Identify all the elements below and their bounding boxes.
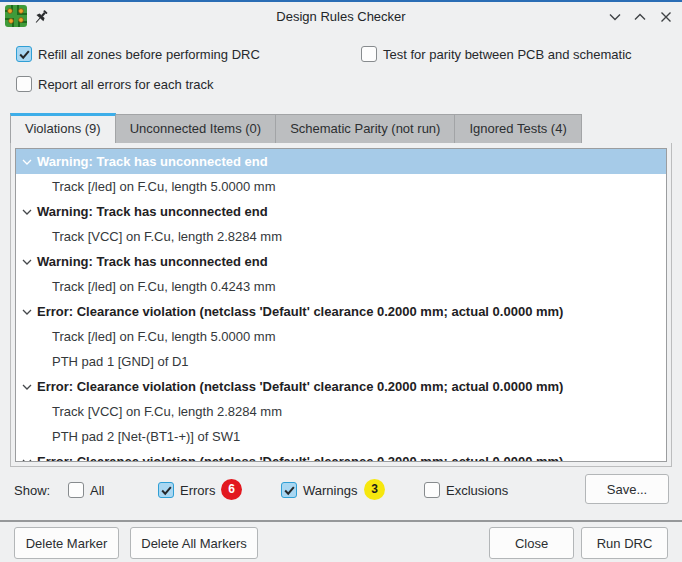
violation-row[interactable]: Warning: Track has unconnected end — [16, 199, 666, 224]
violation-text: Warning: Track has unconnected end — [37, 204, 268, 219]
warnings-count-badge: 3 — [364, 479, 385, 500]
show-label: Show: — [14, 483, 50, 498]
tab-ignored-tests[interactable]: Ignored Tests (4) — [455, 114, 581, 144]
tab-label: Violations (9) — [25, 121, 101, 136]
violation-text: Warning: Track has unconnected end — [37, 254, 268, 269]
run-drc-button[interactable]: Run DRC — [581, 527, 668, 559]
window-title: Design Rules Checker — [0, 9, 682, 24]
chevron-down-icon[interactable] — [22, 309, 37, 315]
show-all-label: All — [90, 483, 104, 498]
show-warnings-checkbox[interactable] — [281, 482, 297, 498]
violation-text: Warning: Track has unconnected end — [37, 154, 268, 169]
minimize-button[interactable] — [604, 7, 626, 27]
show-errors-checkbox[interactable] — [158, 482, 174, 498]
violation-row[interactable]: Error: Clearance violation (netclass 'De… — [16, 299, 666, 324]
checkmark-icon — [18, 48, 31, 61]
violation-detail-row[interactable]: Track [VCC] on F.Cu, length 2.8284 mm — [16, 224, 666, 249]
tab-unconnected-items[interactable]: Unconnected Items (0) — [116, 114, 277, 144]
tab-label: Schematic Parity (not run) — [290, 121, 440, 136]
chevron-down-icon — [609, 13, 621, 21]
maximize-button[interactable] — [629, 7, 651, 27]
violation-detail-text: Track [/led] on F.Cu, length 5.0000 mm — [52, 329, 276, 344]
titlebar[interactable]: Design Rules Checker — [0, 2, 682, 32]
violation-row[interactable]: Error: Clearance violation (netclass 'De… — [16, 374, 666, 399]
save-button[interactable]: Save... — [585, 474, 669, 504]
chevron-down-icon[interactable] — [22, 159, 37, 165]
violation-detail-text: PTH pad 1 [GND] of D1 — [52, 354, 189, 369]
show-exclusions-label: Exclusions — [446, 483, 508, 498]
violation-detail-text: Track [VCC] on F.Cu, length 2.8284 mm — [52, 404, 282, 419]
chevron-down-icon[interactable] — [22, 209, 37, 215]
show-errors-label: Errors — [180, 483, 215, 498]
delete-all-markers-button[interactable]: Delete All Markers — [130, 527, 258, 559]
close-button[interactable]: Close — [489, 527, 574, 559]
violation-row[interactable]: Warning: Track has unconnected end — [16, 149, 666, 174]
violation-row[interactable]: Error: Clearance violation (netclass 'De… — [16, 449, 666, 462]
tab-page-violations: Warning: Track has unconnected end Track… — [10, 143, 672, 467]
violation-detail-text: Track [/led] on F.Cu, length 0.4243 mm — [52, 279, 276, 294]
violation-text: Error: Clearance violation (netclass 'De… — [37, 379, 563, 394]
violation-detail-row[interactable]: PTH pad 2 [Net-(BT1-+)] of SW1 — [16, 424, 666, 449]
drc-dialog: Design Rules Checker Refill all zones be… — [0, 0, 682, 562]
violation-detail-row[interactable]: Track [/led] on F.Cu, length 0.4243 mm — [16, 274, 666, 299]
refill-zones-label: Refill all zones before performing DRC — [38, 47, 260, 62]
parity-test-checkbox[interactable] — [361, 46, 377, 62]
checkmark-icon — [160, 484, 173, 497]
close-icon — [660, 11, 672, 23]
violation-detail-text: PTH pad 2 [Net-(BT1-+)] of SW1 — [52, 429, 240, 444]
show-warnings-label: Warnings — [303, 483, 357, 498]
violation-detail-text: Track [VCC] on F.Cu, length 2.8284 mm — [52, 229, 282, 244]
chevron-down-icon[interactable] — [22, 259, 37, 265]
violations-list[interactable]: Warning: Track has unconnected end Track… — [15, 148, 667, 462]
checkmark-icon — [283, 484, 296, 497]
report-all-errors-checkbox[interactable] — [16, 76, 32, 92]
tab-label: Ignored Tests (4) — [469, 121, 566, 136]
violation-detail-row[interactable]: Track [VCC] on F.Cu, length 2.8284 mm — [16, 399, 666, 424]
divider — [0, 520, 682, 522]
violation-text: Error: Clearance violation (netclass 'De… — [37, 454, 563, 462]
violation-text: Error: Clearance violation (netclass 'De… — [37, 304, 563, 319]
delete-marker-button[interactable]: Delete Marker — [14, 527, 119, 559]
tab-violations[interactable]: Violations (9) — [10, 113, 116, 144]
violation-row[interactable]: Warning: Track has unconnected end — [16, 249, 666, 274]
refill-zones-checkbox[interactable] — [16, 46, 32, 62]
chevron-down-icon[interactable] — [22, 459, 37, 463]
chevron-up-icon — [634, 13, 646, 21]
close-window-button[interactable] — [655, 7, 677, 27]
violation-detail-text: Track [/led] on F.Cu, length 5.0000 mm — [52, 179, 276, 194]
chevron-down-icon[interactable] — [22, 384, 37, 390]
show-exclusions-checkbox[interactable] — [424, 482, 440, 498]
violation-detail-row[interactable]: PTH pad 1 [GND] of D1 — [16, 349, 666, 374]
violation-detail-row[interactable]: Track [/led] on F.Cu, length 5.0000 mm — [16, 324, 666, 349]
tab-schematic-parity[interactable]: Schematic Parity (not run) — [276, 114, 455, 144]
tab-label: Unconnected Items (0) — [130, 121, 262, 136]
parity-test-label: Test for parity between PCB and schemati… — [383, 47, 632, 62]
tab-bar: Violations (9) Unconnected Items (0) Sch… — [10, 113, 582, 144]
show-all-checkbox[interactable] — [68, 482, 84, 498]
report-all-errors-label: Report all errors for each track — [38, 77, 214, 92]
errors-count-badge: 6 — [221, 479, 242, 500]
violation-detail-row[interactable]: Track [/led] on F.Cu, length 5.0000 mm — [16, 174, 666, 199]
